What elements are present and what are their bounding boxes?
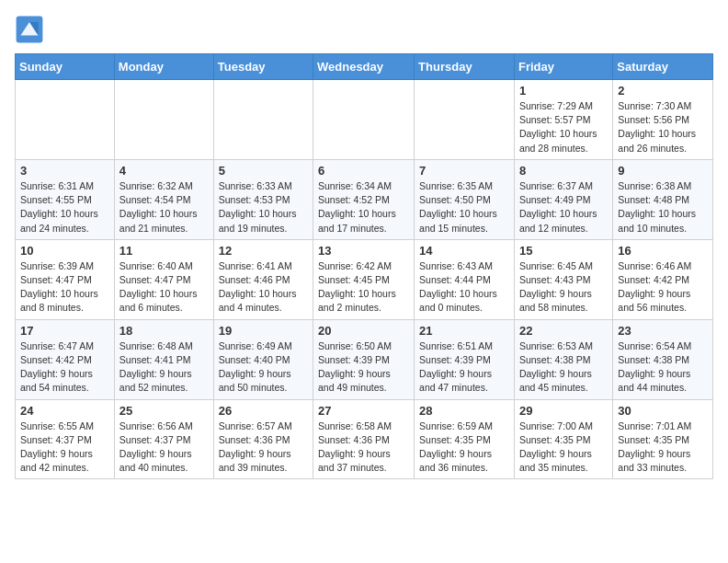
day-number: 25 <box>119 404 209 418</box>
calendar-cell: 1Sunrise: 7:29 AM Sunset: 5:57 PM Daylig… <box>514 80 612 160</box>
calendar-week-row: 10Sunrise: 6:39 AM Sunset: 4:47 PM Dayli… <box>16 239 713 319</box>
day-info: Sunrise: 6:35 AM Sunset: 4:50 PM Dayligh… <box>419 179 509 236</box>
page-header <box>15 15 713 44</box>
day-number: 1 <box>519 84 608 98</box>
calendar-cell: 10Sunrise: 6:39 AM Sunset: 4:47 PM Dayli… <box>16 239 115 319</box>
calendar-cell: 29Sunrise: 7:00 AM Sunset: 4:35 PM Dayli… <box>514 399 612 479</box>
day-info: Sunrise: 6:59 AM Sunset: 4:35 PM Dayligh… <box>419 419 509 476</box>
day-number: 2 <box>618 84 708 98</box>
day-number: 22 <box>519 324 608 338</box>
day-info: Sunrise: 6:31 AM Sunset: 4:55 PM Dayligh… <box>20 179 109 236</box>
calendar-week-row: 1Sunrise: 7:29 AM Sunset: 5:57 PM Daylig… <box>16 80 713 160</box>
calendar-cell: 8Sunrise: 6:37 AM Sunset: 4:49 PM Daylig… <box>514 159 612 239</box>
day-info: Sunrise: 6:51 AM Sunset: 4:39 PM Dayligh… <box>419 339 509 396</box>
day-number: 13 <box>318 244 409 258</box>
calendar-cell: 7Sunrise: 6:35 AM Sunset: 4:50 PM Daylig… <box>415 159 515 239</box>
day-info: Sunrise: 7:30 AM Sunset: 5:56 PM Dayligh… <box>618 99 708 155</box>
day-info: Sunrise: 6:50 AM Sunset: 4:39 PM Dayligh… <box>318 339 409 396</box>
day-number: 8 <box>519 164 608 178</box>
day-info: Sunrise: 6:42 AM Sunset: 4:45 PM Dayligh… <box>318 259 409 316</box>
calendar-cell: 19Sunrise: 6:49 AM Sunset: 4:40 PM Dayli… <box>213 319 313 399</box>
calendar-cell: 15Sunrise: 6:45 AM Sunset: 4:43 PM Dayli… <box>514 239 612 319</box>
calendar-cell <box>213 80 313 160</box>
day-number: 6 <box>318 164 409 178</box>
day-number: 20 <box>318 324 409 338</box>
day-number: 21 <box>419 324 509 338</box>
calendar-week-row: 24Sunrise: 6:55 AM Sunset: 4:37 PM Dayli… <box>16 399 713 479</box>
day-info: Sunrise: 6:37 AM Sunset: 4:49 PM Dayligh… <box>519 179 608 236</box>
logo-icon <box>15 15 44 44</box>
day-number: 3 <box>20 164 109 178</box>
calendar-cell <box>415 80 515 160</box>
logo <box>15 15 48 44</box>
day-info: Sunrise: 7:01 AM Sunset: 4:35 PM Dayligh… <box>618 419 708 476</box>
calendar-cell: 4Sunrise: 6:32 AM Sunset: 4:54 PM Daylig… <box>114 159 213 239</box>
calendar-cell: 22Sunrise: 6:53 AM Sunset: 4:38 PM Dayli… <box>514 319 612 399</box>
day-number: 12 <box>219 244 308 258</box>
calendar-cell: 17Sunrise: 6:47 AM Sunset: 4:42 PM Dayli… <box>16 319 115 399</box>
calendar-week-row: 17Sunrise: 6:47 AM Sunset: 4:42 PM Dayli… <box>16 319 713 399</box>
day-number: 28 <box>419 404 509 418</box>
calendar-cell: 3Sunrise: 6:31 AM Sunset: 4:55 PM Daylig… <box>16 159 115 239</box>
day-info: Sunrise: 7:00 AM Sunset: 4:35 PM Dayligh… <box>519 419 608 476</box>
calendar-cell <box>114 80 213 160</box>
calendar-cell: 16Sunrise: 6:46 AM Sunset: 4:42 PM Dayli… <box>613 239 713 319</box>
weekday-header-friday: Friday <box>514 54 612 80</box>
day-info: Sunrise: 6:43 AM Sunset: 4:44 PM Dayligh… <box>419 259 509 316</box>
day-info: Sunrise: 6:49 AM Sunset: 4:40 PM Dayligh… <box>219 339 308 396</box>
calendar-cell: 14Sunrise: 6:43 AM Sunset: 4:44 PM Dayli… <box>415 239 515 319</box>
day-number: 5 <box>219 164 308 178</box>
day-info: Sunrise: 6:58 AM Sunset: 4:36 PM Dayligh… <box>318 419 409 476</box>
day-info: Sunrise: 6:48 AM Sunset: 4:41 PM Dayligh… <box>119 339 209 396</box>
day-number: 4 <box>119 164 209 178</box>
day-info: Sunrise: 6:39 AM Sunset: 4:47 PM Dayligh… <box>20 259 109 316</box>
day-info: Sunrise: 6:41 AM Sunset: 4:46 PM Dayligh… <box>219 259 308 316</box>
calendar-cell: 28Sunrise: 6:59 AM Sunset: 4:35 PM Dayli… <box>415 399 515 479</box>
calendar-cell: 24Sunrise: 6:55 AM Sunset: 4:37 PM Dayli… <box>16 399 115 479</box>
day-number: 30 <box>618 404 708 418</box>
day-info: Sunrise: 6:47 AM Sunset: 4:42 PM Dayligh… <box>20 339 109 396</box>
day-info: Sunrise: 6:33 AM Sunset: 4:53 PM Dayligh… <box>219 179 308 236</box>
calendar-cell: 30Sunrise: 7:01 AM Sunset: 4:35 PM Dayli… <box>613 399 713 479</box>
day-number: 11 <box>119 244 209 258</box>
day-number: 29 <box>519 404 608 418</box>
weekday-header-wednesday: Wednesday <box>313 54 415 80</box>
calendar-cell: 6Sunrise: 6:34 AM Sunset: 4:52 PM Daylig… <box>313 159 415 239</box>
calendar-cell: 11Sunrise: 6:40 AM Sunset: 4:47 PM Dayli… <box>114 239 213 319</box>
calendar-cell: 13Sunrise: 6:42 AM Sunset: 4:45 PM Dayli… <box>313 239 415 319</box>
calendar-cell: 20Sunrise: 6:50 AM Sunset: 4:39 PM Dayli… <box>313 319 415 399</box>
day-number: 15 <box>519 244 608 258</box>
day-number: 17 <box>20 324 109 338</box>
day-info: Sunrise: 6:40 AM Sunset: 4:47 PM Dayligh… <box>119 259 209 316</box>
day-number: 14 <box>419 244 509 258</box>
calendar-cell: 25Sunrise: 6:56 AM Sunset: 4:37 PM Dayli… <box>114 399 213 479</box>
weekday-header-monday: Monday <box>114 54 213 80</box>
day-info: Sunrise: 6:57 AM Sunset: 4:36 PM Dayligh… <box>219 419 308 476</box>
calendar-cell: 2Sunrise: 7:30 AM Sunset: 5:56 PM Daylig… <box>613 80 713 160</box>
calendar-cell: 23Sunrise: 6:54 AM Sunset: 4:38 PM Dayli… <box>613 319 713 399</box>
day-number: 18 <box>119 324 209 338</box>
weekday-header-saturday: Saturday <box>613 54 713 80</box>
day-info: Sunrise: 6:53 AM Sunset: 4:38 PM Dayligh… <box>519 339 608 396</box>
calendar-header-row: SundayMondayTuesdayWednesdayThursdayFrid… <box>16 54 713 80</box>
day-info: Sunrise: 6:55 AM Sunset: 4:37 PM Dayligh… <box>20 419 109 476</box>
calendar-cell: 12Sunrise: 6:41 AM Sunset: 4:46 PM Dayli… <box>213 239 313 319</box>
day-number: 27 <box>318 404 409 418</box>
day-number: 23 <box>618 324 708 338</box>
calendar-cell <box>16 80 115 160</box>
day-number: 26 <box>219 404 308 418</box>
day-number: 16 <box>618 244 708 258</box>
calendar-cell: 26Sunrise: 6:57 AM Sunset: 4:36 PM Dayli… <box>213 399 313 479</box>
calendar-cell: 21Sunrise: 6:51 AM Sunset: 4:39 PM Dayli… <box>415 319 515 399</box>
calendar-cell: 27Sunrise: 6:58 AM Sunset: 4:36 PM Dayli… <box>313 399 415 479</box>
day-info: Sunrise: 6:54 AM Sunset: 4:38 PM Dayligh… <box>618 339 708 396</box>
weekday-header-tuesday: Tuesday <box>213 54 313 80</box>
day-info: Sunrise: 6:34 AM Sunset: 4:52 PM Dayligh… <box>318 179 409 236</box>
day-info: Sunrise: 7:29 AM Sunset: 5:57 PM Dayligh… <box>519 99 608 155</box>
calendar-cell: 18Sunrise: 6:48 AM Sunset: 4:41 PM Dayli… <box>114 319 213 399</box>
calendar-week-row: 3Sunrise: 6:31 AM Sunset: 4:55 PM Daylig… <box>16 159 713 239</box>
day-number: 19 <box>219 324 308 338</box>
day-info: Sunrise: 6:32 AM Sunset: 4:54 PM Dayligh… <box>119 179 209 236</box>
weekday-header-sunday: Sunday <box>16 54 115 80</box>
day-number: 7 <box>419 164 509 178</box>
